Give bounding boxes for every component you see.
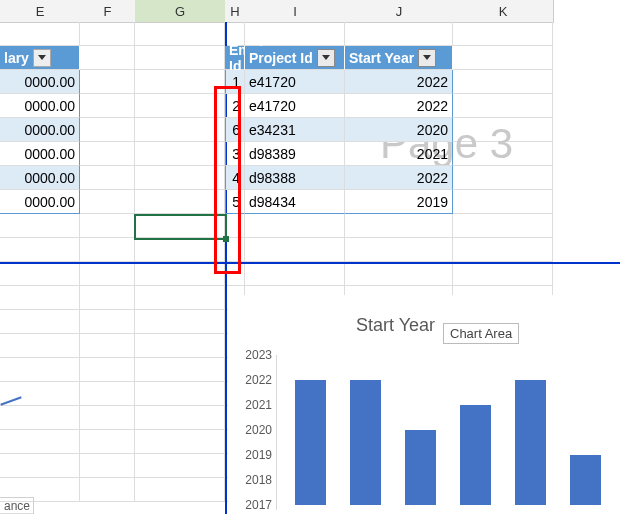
salary-cell[interactable]: 0000.00 — [0, 142, 80, 166]
cell[interactable] — [453, 46, 553, 70]
cell[interactable] — [80, 454, 135, 478]
cell[interactable] — [453, 262, 553, 286]
emp-id-cell[interactable]: 3 — [225, 142, 245, 166]
col-header-K[interactable]: K — [453, 0, 554, 23]
cell[interactable] — [135, 430, 225, 454]
cell[interactable] — [135, 94, 225, 118]
cell[interactable] — [80, 166, 135, 190]
col-header-J[interactable]: J — [345, 0, 454, 23]
cell[interactable] — [0, 286, 80, 310]
cell[interactable] — [80, 118, 135, 142]
cell[interactable] — [135, 142, 225, 166]
cell[interactable] — [80, 190, 135, 214]
cell[interactable] — [0, 430, 80, 454]
salary-cell[interactable]: 0000.00 — [0, 190, 80, 214]
cell[interactable] — [453, 238, 553, 262]
cell[interactable] — [80, 142, 135, 166]
filter-dropdown-icon[interactable] — [317, 49, 335, 67]
filter-dropdown-icon[interactable] — [418, 49, 436, 67]
cell[interactable] — [135, 238, 225, 262]
salary-cell[interactable]: 0000.00 — [0, 70, 80, 94]
chart-bar[interactable] — [350, 380, 380, 505]
cell[interactable] — [453, 166, 553, 190]
cell[interactable] — [453, 118, 553, 142]
cell[interactable] — [80, 70, 135, 94]
project-id-cell[interactable]: d98389 — [245, 142, 345, 166]
cell[interactable] — [80, 238, 135, 262]
salary-cell[interactable]: 0000.00 — [0, 94, 80, 118]
project-id-cell[interactable]: e34231 — [245, 118, 345, 142]
cell[interactable] — [80, 310, 135, 334]
cell[interactable] — [135, 262, 225, 286]
cell[interactable] — [0, 334, 80, 358]
cell[interactable] — [453, 190, 553, 214]
cell[interactable] — [453, 94, 553, 118]
cell[interactable] — [345, 214, 453, 238]
cell[interactable] — [135, 358, 225, 382]
cell[interactable] — [453, 70, 553, 94]
table-header[interactable]: Project Id — [245, 46, 345, 70]
cell[interactable] — [135, 166, 225, 190]
cell[interactable] — [80, 46, 135, 70]
cell[interactable] — [225, 214, 245, 238]
cell[interactable] — [80, 478, 135, 502]
table-header[interactable]: Start Year — [345, 46, 453, 70]
chart-bar[interactable] — [460, 405, 490, 505]
cell[interactable] — [0, 214, 80, 238]
cell[interactable] — [0, 262, 80, 286]
cell[interactable] — [245, 238, 345, 262]
cell[interactable] — [245, 214, 345, 238]
cell[interactable] — [135, 406, 225, 430]
cell[interactable] — [80, 286, 135, 310]
col-header-F[interactable]: F — [80, 0, 136, 23]
cell[interactable] — [80, 430, 135, 454]
cell[interactable] — [345, 22, 453, 46]
cell[interactable] — [135, 334, 225, 358]
table-header[interactable]: Employee Id — [225, 46, 245, 70]
start-year-cell[interactable]: 2019 — [345, 190, 453, 214]
cell[interactable] — [80, 214, 135, 238]
project-id-cell[interactable]: d98434 — [245, 190, 345, 214]
cell[interactable] — [0, 406, 80, 430]
col-header-E[interactable]: E — [0, 0, 81, 23]
cell[interactable] — [245, 262, 345, 286]
cell[interactable] — [80, 262, 135, 286]
col-header-G[interactable]: G — [135, 0, 226, 23]
cell[interactable] — [135, 454, 225, 478]
cell[interactable] — [453, 22, 553, 46]
cell[interactable] — [0, 22, 80, 46]
cell[interactable] — [135, 46, 225, 70]
col-header-I[interactable]: I — [245, 0, 346, 23]
cell[interactable] — [345, 238, 453, 262]
cell[interactable] — [135, 286, 225, 310]
chart-bar[interactable] — [570, 455, 600, 505]
cell[interactable] — [80, 406, 135, 430]
salary-cell[interactable]: 0000.00 — [0, 118, 80, 142]
filter-dropdown-icon[interactable] — [33, 49, 51, 67]
emp-id-cell[interactable]: 6 — [225, 118, 245, 142]
project-id-cell[interactable]: e41720 — [245, 70, 345, 94]
cell[interactable] — [135, 118, 225, 142]
cell[interactable] — [135, 70, 225, 94]
salary-header[interactable]: lary — [0, 46, 80, 70]
emp-id-cell[interactable]: 2 — [225, 94, 245, 118]
start-year-cell[interactable]: 2022 — [345, 166, 453, 190]
emp-id-cell[interactable]: 5 — [225, 190, 245, 214]
cell[interactable] — [0, 310, 80, 334]
cell[interactable] — [80, 358, 135, 382]
cell[interactable] — [135, 22, 225, 46]
emp-id-cell[interactable]: 1 — [225, 70, 245, 94]
emp-id-cell[interactable]: 4 — [225, 166, 245, 190]
cell[interactable] — [80, 334, 135, 358]
cell[interactable] — [225, 262, 245, 286]
chart-bar[interactable] — [295, 380, 325, 505]
cell[interactable] — [80, 22, 135, 46]
start-year-cell[interactable]: 2021 — [345, 142, 453, 166]
cell[interactable] — [0, 454, 80, 478]
project-id-cell[interactable]: e41720 — [245, 94, 345, 118]
start-year-cell[interactable]: 2022 — [345, 70, 453, 94]
cell[interactable] — [80, 382, 135, 406]
cell[interactable] — [0, 382, 80, 406]
cell[interactable] — [345, 262, 453, 286]
cell[interactable] — [135, 478, 225, 502]
